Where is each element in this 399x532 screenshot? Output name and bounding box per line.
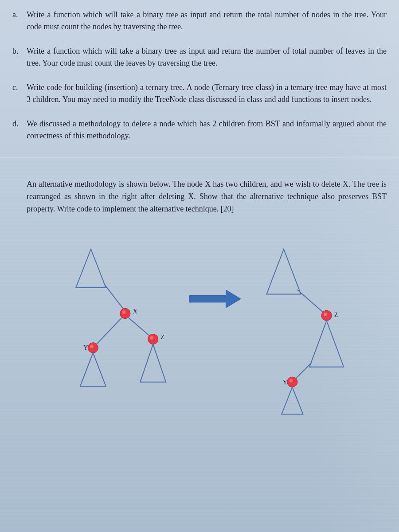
- bst-diagram-svg: X Y Z: [27, 233, 387, 419]
- question-b: b. Write a function which will take a bi…: [12, 45, 387, 69]
- question-text-c: Write code for building (insertion) a te…: [27, 82, 387, 106]
- arrow-head: [226, 290, 241, 308]
- left-label-z: Z: [161, 334, 164, 340]
- question-label-a: a.: [12, 9, 27, 33]
- left-label-y: Y: [84, 344, 88, 351]
- alternative-method-paragraph: An alternative methodology is shown belo…: [27, 178, 387, 215]
- right-line-z-y: [294, 363, 312, 380]
- bst-diagram-container: X Y Z: [27, 233, 387, 419]
- question-text-d: We discussed a methodology to delete a n…: [27, 118, 387, 142]
- right-node-z: [321, 310, 332, 321]
- question-label-c: c.: [12, 82, 27, 106]
- question-text-a: Write a function which will take a binar…: [27, 9, 387, 33]
- left-node-y: [88, 342, 98, 352]
- left-node-y-highlight: [90, 344, 94, 348]
- left-node-x: [120, 308, 130, 318]
- sub-section: An alternative methodology is shown belo…: [12, 178, 387, 419]
- arrow-body-rect: [189, 295, 226, 302]
- question-d: d. We discussed a methodology to delete …: [12, 118, 387, 142]
- right-y-triangle: [282, 387, 303, 414]
- left-root-triangle: [76, 249, 106, 288]
- question-c: c. Write code for building (insertion) a…: [12, 82, 387, 106]
- right-node-z-highlight: [324, 313, 327, 316]
- left-line-x-z: [129, 317, 151, 337]
- right-node-y: [287, 377, 297, 387]
- left-line-root-x: [104, 283, 125, 311]
- right-line-root-z: [297, 290, 325, 313]
- arrow-icon: [189, 290, 241, 308]
- question-label-d: d.: [12, 118, 27, 142]
- left-node-z: [148, 334, 158, 344]
- left-node-x-highlight: [122, 310, 126, 314]
- right-root-triangle: [266, 249, 301, 294]
- question-a: a. Write a function which will take a bi…: [12, 9, 387, 33]
- left-label-x: X: [133, 308, 137, 315]
- left-line-x-y: [95, 317, 122, 345]
- left-y-triangle: [80, 353, 106, 386]
- right-z-triangle: [309, 321, 344, 367]
- right-label-y: Y: [283, 379, 287, 385]
- question-label-b: b.: [12, 45, 27, 69]
- question-text-b: Write a function which will take a binar…: [27, 45, 387, 69]
- section-divider: [0, 157, 399, 158]
- left-node-z-highlight: [150, 336, 153, 340]
- left-z-triangle: [140, 344, 166, 382]
- right-node-y-highlight: [289, 379, 293, 383]
- question-list: a. Write a function which will take a bi…: [12, 9, 387, 142]
- right-label-z: Z: [334, 311, 338, 318]
